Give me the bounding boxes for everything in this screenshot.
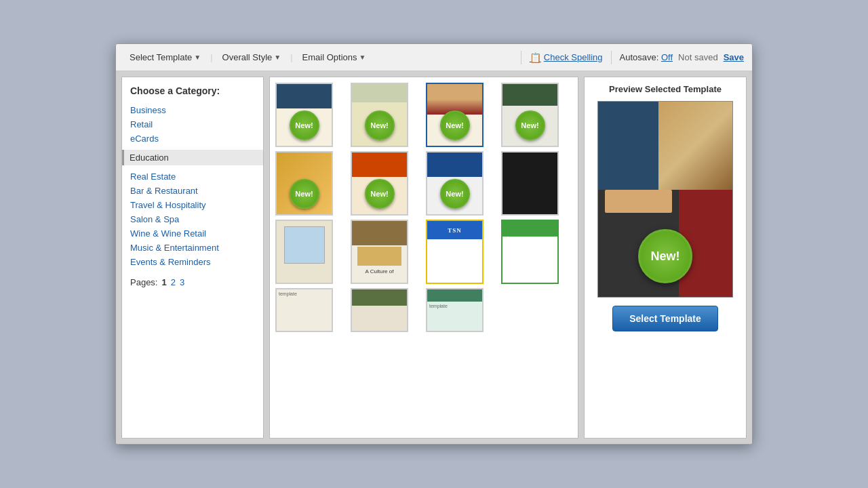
not-saved-label: Not saved [678,52,718,62]
select-template-arrow: ▼ [194,54,201,61]
select-template-confirm-button[interactable]: Select Template [612,306,718,331]
page-2-link[interactable]: 2 [171,277,176,287]
category-bar-restaurant[interactable]: Bar & Restaurant [130,186,198,196]
list-item: Bar & Restaurant [130,184,255,198]
template-item-3[interactable]: New! [426,83,484,147]
email-options-arrow: ▼ [359,54,366,61]
new-badge-7: New! [440,179,470,209]
page-3-link[interactable]: 3 [180,277,184,287]
overall-style-label: Overall Style [222,52,273,62]
category-travel[interactable]: Travel & Hospitality [130,200,206,210]
template-item-7[interactable]: New! [426,151,484,216]
list-item: Music & Entertainment [130,241,255,255]
preview-bar [605,190,672,214]
overall-style-arrow: ▼ [274,54,281,61]
autosave-text: Autosave: Off [620,52,673,62]
template-item-6[interactable]: New! [351,151,408,216]
template-item-5[interactable]: New! [275,151,333,216]
category-ecards[interactable]: eCards [130,134,159,144]
toolbar-right: 📋 Check Spelling Autosave: Off Not saved… [518,51,744,64]
new-badge-4: New! [515,110,545,140]
list-item: Events & Reminders [130,255,255,269]
toolbar: Select Template ▼ | Overall Style ▼ | Em… [116,44,752,71]
spell-icon: 📋 [530,52,541,63]
template-item-8[interactable] [501,151,559,216]
divider-2: | [290,52,292,62]
autosave-label: Autosave: [620,52,659,62]
list-item: Retail [130,117,255,131]
select-template-label: Select Template [130,52,192,62]
save-button[interactable]: Save [724,52,744,62]
toolbar-sep [521,51,521,64]
autosave-off-link[interactable]: Off [661,52,673,62]
pages-label: Pages: [130,277,157,287]
main-content: Choose a Category: Business Retail eCard… [116,71,752,444]
pages-row: Pages: 1 2 3 [130,277,255,287]
category-real-estate[interactable]: Real Estate [130,171,176,182]
template-item-4[interactable]: New! [501,83,559,147]
template-item-2[interactable]: New! [351,83,408,147]
choose-category-label: Choose a Category: [130,85,255,96]
template-grid-area[interactable]: New! New! New! New! New! New! [269,77,578,439]
preview-title: Preview Selected Template [609,84,722,94]
template-item-9[interactable] [275,220,333,284]
category-wine[interactable]: Wine & Wine Retail [130,228,206,239]
list-item: Salon & Spa [130,212,255,226]
category-business[interactable]: Business [130,105,166,115]
overall-style-button[interactable]: Overall Style ▼ [217,49,287,65]
check-spelling-button[interactable]: 📋 Check Spelling [530,52,603,63]
new-badge-5: New! [290,179,319,209]
email-options-label: Email Options [302,52,357,62]
template-item-11[interactable]: TSN [426,220,484,284]
new-badge-6: New! [365,179,395,209]
category-music[interactable]: Music & Entertainment [130,243,219,253]
page-1-link[interactable]: 1 [161,277,166,287]
app-window: Select Template ▼ | Overall Style ▼ | Em… [115,43,753,445]
select-template-button[interactable]: Select Template ▼ [124,49,206,65]
preview-image: New! [597,101,733,298]
preview-inner: New! [598,102,732,297]
check-spelling-label: Check Spelling [544,52,603,62]
new-badge-1: New! [290,110,319,140]
left-panel: Choose a Category: Business Retail eCard… [121,77,264,439]
divider-1: | [210,52,212,62]
new-badge-3: New! [440,110,470,140]
category-list: Business Retail eCards Education Real Es… [130,103,255,269]
list-item: eCards [130,131,255,146]
list-item: Business [130,103,255,117]
list-item: Real Estate [130,169,255,184]
category-events[interactable]: Events & Reminders [130,257,211,267]
template-item-14[interactable] [351,288,408,332]
category-salon[interactable]: Salon & Spa [130,214,179,224]
template-grid: New! New! New! New! New! New! [270,77,578,338]
template-item-1[interactable]: New! [275,83,333,147]
category-retail[interactable]: Retail [130,119,153,129]
preview-books [658,102,732,190]
email-options-button[interactable]: Email Options ▼ [297,49,372,65]
preview-panel: Preview Selected Template New! Select Te… [584,77,747,439]
list-item: Education [130,146,255,169]
template-item-12[interactable] [501,220,559,284]
list-item: Travel & Hospitality [130,198,255,212]
category-education-selected[interactable]: Education [122,150,263,165]
new-badge-2: New! [365,110,395,140]
list-item: Wine & Wine Retail [130,226,255,241]
template-item-15[interactable]: template [426,288,484,332]
template-item-10[interactable]: A Culture of [351,220,408,284]
template-item-13[interactable]: template [275,288,333,332]
toolbar-sep-2 [611,51,612,64]
preview-new-badge: New! [638,229,692,283]
